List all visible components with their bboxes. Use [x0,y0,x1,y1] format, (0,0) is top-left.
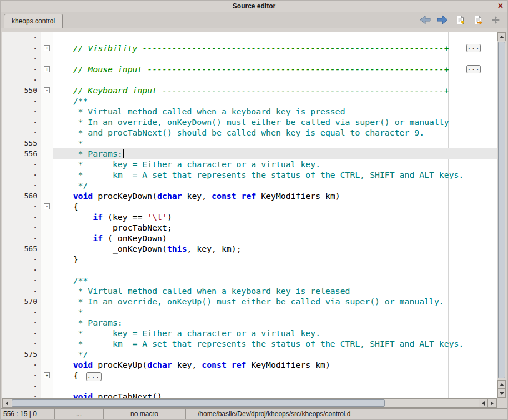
code-line[interactable]: · procTabNext; [2,222,497,233]
nav-forward-button[interactable] [436,15,449,26]
code-text: * Virtual method called when a keyboard … [53,106,497,117]
fold-expand-icon[interactable]: + [44,66,50,72]
code-token: procKeyDown( [93,191,157,201]
code-token: * Virtual method called when a keyboard … [53,107,345,116]
code-line[interactable]: · [2,74,497,85]
scroll-up-button[interactable] [497,32,506,41]
horizontal-scrollbar[interactable] [2,398,497,408]
code-token: */ [53,349,88,359]
code-line[interactable]: · * km = A set that represents the statu… [2,338,497,349]
code-text: * km = A set that represents the status … [53,338,497,349]
scroll-up-button-secondary[interactable] [497,380,506,389]
code-line[interactable]: · void procTabNext() [2,391,497,398]
arrow-left-icon [482,401,485,406]
code-line[interactable]: · /** [2,96,497,106]
code-text: { [53,201,497,212]
code-line-current[interactable]: 556 * Params: [2,148,497,159]
document-arrow-button[interactable] [472,15,484,26]
code-text: if (key == '\t') [53,212,497,222]
code-line[interactable]: · * and procTabNext() should be called w… [2,127,497,138]
code-line[interactable]: ·+ // Visibility -----------------------… [2,43,497,53]
code-line[interactable]: · * Virtual method called when a keyboar… [2,286,497,296]
source-editor-window: Source editor ✕ kheops.control [0,0,508,420]
code-line[interactable]: · * In an override, onKeyDown() must eit… [2,117,497,127]
code-line[interactable]: 570 * In an override, onKeyUp() must eit… [2,296,497,307]
vertical-scrollbar-thumb[interactable] [498,42,505,378]
code-token: * km = A set that represents the status … [53,339,464,348]
horizontal-scrollbar-thumb[interactable] [12,399,385,407]
line-number: · [2,254,41,264]
fold-gutter [41,254,53,264]
code-line[interactable]: · [2,264,497,275]
fold-collapse-icon[interactable]: - [44,203,50,209]
fold-collapse-icon[interactable]: - [44,87,50,93]
code-token [53,392,73,398]
code-token: dchar [157,191,182,201]
close-icon[interactable]: ✕ [497,2,504,10]
code-editor[interactable]: ··+ // Visibility ----------------------… [2,32,497,398]
code-line[interactable]: · * [2,307,497,317]
line-number: · [2,106,41,117]
fold-expand-icon[interactable]: + [44,372,50,378]
document-star-icon [455,15,465,27]
code-line[interactable]: ·+ // Mouse input ----------------------… [2,64,497,74]
code-line[interactable]: 560 void procKeyDown(dchar key, const re… [2,191,497,201]
macro-status: no macro [103,408,185,419]
code-line[interactable]: · } [2,254,497,264]
code-line[interactable]: · [2,32,497,43]
code-token: if [93,233,103,243]
folded-code-ellipsis[interactable]: ... [86,372,102,381]
code-line[interactable]: · * key = Either a character or a virtua… [2,159,497,169]
code-line[interactable]: · if (key == '\t') [2,212,497,222]
code-token [227,360,232,369]
code-token: void [73,191,93,201]
line-number: 555 [2,138,41,148]
fold-gutter [41,180,53,191]
line-number: · [2,370,41,381]
code-line[interactable]: · * km = A set that represents the statu… [2,169,497,180]
code-text: } [53,254,497,264]
detach-button[interactable] [490,15,502,26]
document-star-button[interactable] [454,15,466,26]
code-line[interactable]: ·- { [2,201,497,212]
code-line[interactable]: 575 */ [2,349,497,359]
code-line[interactable]: · * Virtual method called when a keyboar… [2,106,497,117]
code-text: // Mouse input -------------------------… [53,64,497,74]
fold-gutter [41,74,53,85]
folded-code-ellipsis[interactable]: ... [466,44,481,52]
folded-code-ellipsis[interactable]: ... [466,65,481,73]
scroll-left-button-secondary[interactable] [479,399,487,407]
code-line[interactable]: · if (_onKeyDown) [2,233,497,243]
scroll-right-button[interactable] [487,399,496,407]
code-line[interactable]: · * Params: [2,317,497,328]
code-line[interactable]: · [2,381,497,391]
code-line[interactable]: 550- // Keyboard input -----------------… [2,85,497,96]
nav-back-button[interactable] [419,15,431,26]
code-line[interactable]: 555 * [2,138,497,148]
vertical-scrollbar[interactable] [497,32,506,398]
code-token: * Params: [53,318,123,327]
code-token: /** [53,96,88,106]
code-line[interactable]: · */ [2,180,497,191]
code-token: } [53,254,78,264]
code-line[interactable]: 565 _onKeyDown(this, key, km); [2,243,497,254]
code-line[interactable]: ·+ {... [2,370,497,381]
scroll-left-button[interactable] [2,399,11,407]
fold-gutter [41,117,53,127]
code-line[interactable]: · * key = Either a character or a virtua… [2,328,497,338]
code-text [53,32,497,43]
arrow-down-icon [500,392,504,395]
line-number: 575 [2,349,41,359]
code-line[interactable]: · void procKeyUp(dchar key, const ref Ke… [2,359,497,370]
fold-gutter [41,338,53,349]
code-token: * Params: [53,149,123,158]
line-number: · [2,43,41,53]
code-token: * Virtual method called when a keyboard … [53,286,350,296]
scroll-down-button[interactable] [497,389,506,398]
code-token: const [202,360,227,369]
fold-expand-icon[interactable]: + [44,45,50,51]
code-line[interactable]: · /** [2,275,497,286]
tab-kheops-control[interactable]: kheops.control [4,14,63,28]
code-token [53,191,73,201]
code-line[interactable]: · [2,53,497,64]
